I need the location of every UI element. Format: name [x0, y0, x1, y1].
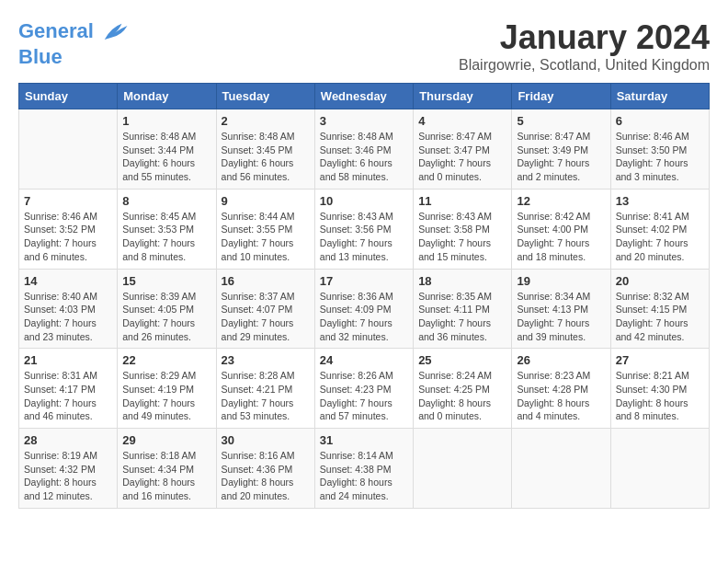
title-block: January 2024 Blairgowrie, Scotland, Unit… — [459, 18, 710, 74]
calendar-week-row: 1Sunrise: 8:48 AM Sunset: 3:44 PM Daylig… — [19, 109, 710, 190]
calendar-week-row: 21Sunrise: 8:31 AM Sunset: 4:17 PM Dayli… — [19, 349, 710, 429]
day-number: 23 — [222, 353, 310, 367]
day-info: Sunrise: 8:19 AM Sunset: 4:32 PM Dayligh… — [24, 449, 112, 503]
day-number: 3 — [320, 114, 408, 128]
day-info: Sunrise: 8:45 AM Sunset: 3:53 PM Dayligh… — [122, 210, 210, 264]
calendar-cell: 7Sunrise: 8:46 AM Sunset: 3:52 PM Daylig… — [19, 189, 118, 269]
day-info: Sunrise: 8:23 AM Sunset: 4:28 PM Dayligh… — [517, 369, 605, 423]
day-number: 19 — [517, 274, 605, 288]
day-info: Sunrise: 8:34 AM Sunset: 4:13 PM Dayligh… — [517, 290, 605, 344]
calendar-cell: 29Sunrise: 8:18 AM Sunset: 4:34 PM Dayli… — [118, 429, 216, 509]
day-info: Sunrise: 8:21 AM Sunset: 4:30 PM Dayligh… — [616, 369, 704, 423]
day-number: 12 — [517, 194, 605, 208]
day-number: 8 — [122, 194, 210, 208]
calendar-cell — [512, 429, 610, 509]
day-number: 5 — [517, 114, 605, 128]
day-number: 24 — [320, 353, 408, 367]
day-info: Sunrise: 8:32 AM Sunset: 4:15 PM Dayligh… — [616, 290, 704, 344]
logo-line2: Blue — [18, 46, 129, 68]
weekday-header: Monday — [118, 84, 216, 109]
calendar-cell: 8Sunrise: 8:45 AM Sunset: 3:53 PM Daylig… — [118, 189, 216, 269]
calendar-cell: 23Sunrise: 8:28 AM Sunset: 4:21 PM Dayli… — [216, 349, 314, 429]
calendar-cell: 28Sunrise: 8:19 AM Sunset: 4:32 PM Dayli… — [19, 429, 118, 509]
day-number: 4 — [418, 114, 506, 128]
calendar-cell: 19Sunrise: 8:34 AM Sunset: 4:13 PM Dayli… — [512, 269, 610, 349]
day-number: 18 — [418, 274, 506, 288]
day-info: Sunrise: 8:48 AM Sunset: 3:45 PM Dayligh… — [222, 130, 310, 184]
calendar-cell: 13Sunrise: 8:41 AM Sunset: 4:02 PM Dayli… — [610, 189, 709, 269]
weekday-header: Wednesday — [314, 84, 413, 109]
day-info: Sunrise: 8:26 AM Sunset: 4:23 PM Dayligh… — [320, 369, 408, 423]
calendar-cell: 25Sunrise: 8:24 AM Sunset: 4:25 PM Dayli… — [414, 349, 512, 429]
day-info: Sunrise: 8:48 AM Sunset: 3:44 PM Dayligh… — [122, 130, 210, 184]
calendar-header: SundayMondayTuesdayWednesdayThursdayFrid… — [19, 84, 710, 109]
day-info: Sunrise: 8:35 AM Sunset: 4:11 PM Dayligh… — [418, 290, 506, 344]
calendar-cell: 9Sunrise: 8:44 AM Sunset: 3:55 PM Daylig… — [216, 189, 314, 269]
day-info: Sunrise: 8:47 AM Sunset: 3:47 PM Dayligh… — [418, 130, 506, 184]
weekday-header: Thursday — [414, 84, 512, 109]
calendar-cell: 10Sunrise: 8:43 AM Sunset: 3:56 PM Dayli… — [314, 189, 413, 269]
day-number: 10 — [320, 194, 408, 208]
calendar-cell: 27Sunrise: 8:21 AM Sunset: 4:30 PM Dayli… — [610, 349, 709, 429]
weekday-row: SundayMondayTuesdayWednesdayThursdayFrid… — [19, 84, 710, 109]
calendar-cell: 24Sunrise: 8:26 AM Sunset: 4:23 PM Dayli… — [314, 349, 413, 429]
day-info: Sunrise: 8:40 AM Sunset: 4:03 PM Dayligh… — [24, 290, 112, 344]
calendar-cell: 5Sunrise: 8:47 AM Sunset: 3:49 PM Daylig… — [512, 109, 610, 190]
day-number: 28 — [24, 433, 112, 447]
day-number: 20 — [616, 274, 704, 288]
day-info: Sunrise: 8:14 AM Sunset: 4:38 PM Dayligh… — [320, 449, 408, 503]
calendar-cell: 30Sunrise: 8:16 AM Sunset: 4:36 PM Dayli… — [216, 429, 314, 509]
weekday-header: Sunday — [19, 84, 118, 109]
page-header: General Blue January 2024 Blairgowrie, S… — [18, 18, 710, 74]
day-number: 30 — [222, 433, 310, 447]
day-info: Sunrise: 8:43 AM Sunset: 3:58 PM Dayligh… — [418, 210, 506, 264]
calendar-cell: 11Sunrise: 8:43 AM Sunset: 3:58 PM Dayli… — [414, 189, 512, 269]
calendar-cell: 20Sunrise: 8:32 AM Sunset: 4:15 PM Dayli… — [610, 269, 709, 349]
calendar-cell: 12Sunrise: 8:42 AM Sunset: 4:00 PM Dayli… — [512, 189, 610, 269]
day-number: 17 — [320, 274, 408, 288]
calendar-cell: 16Sunrise: 8:37 AM Sunset: 4:07 PM Dayli… — [216, 269, 314, 349]
calendar-week-row: 7Sunrise: 8:46 AM Sunset: 3:52 PM Daylig… — [19, 189, 710, 269]
day-number: 21 — [24, 353, 112, 367]
calendar-week-row: 28Sunrise: 8:19 AM Sunset: 4:32 PM Dayli… — [19, 429, 710, 509]
calendar-cell: 17Sunrise: 8:36 AM Sunset: 4:09 PM Dayli… — [314, 269, 413, 349]
day-info: Sunrise: 8:41 AM Sunset: 4:02 PM Dayligh… — [616, 210, 704, 264]
day-number: 31 — [320, 433, 408, 447]
weekday-header: Saturday — [610, 84, 709, 109]
logo-text: General — [18, 18, 129, 46]
calendar-cell — [610, 429, 709, 509]
day-number: 16 — [222, 274, 310, 288]
calendar-cell: 3Sunrise: 8:48 AM Sunset: 3:46 PM Daylig… — [314, 109, 413, 190]
day-info: Sunrise: 8:29 AM Sunset: 4:19 PM Dayligh… — [122, 369, 210, 423]
weekday-header: Friday — [512, 84, 610, 109]
calendar-week-row: 14Sunrise: 8:40 AM Sunset: 4:03 PM Dayli… — [19, 269, 710, 349]
calendar-cell: 26Sunrise: 8:23 AM Sunset: 4:28 PM Dayli… — [512, 349, 610, 429]
day-number: 14 — [24, 274, 112, 288]
calendar-cell — [414, 429, 512, 509]
day-number: 26 — [517, 353, 605, 367]
calendar-cell: 31Sunrise: 8:14 AM Sunset: 4:38 PM Dayli… — [314, 429, 413, 509]
weekday-header: Tuesday — [216, 84, 314, 109]
day-number: 25 — [418, 353, 506, 367]
day-number: 22 — [122, 353, 210, 367]
day-info: Sunrise: 8:31 AM Sunset: 4:17 PM Dayligh… — [24, 369, 112, 423]
day-info: Sunrise: 8:44 AM Sunset: 3:55 PM Dayligh… — [222, 210, 310, 264]
calendar-cell: 1Sunrise: 8:48 AM Sunset: 3:44 PM Daylig… — [118, 109, 216, 190]
day-number: 13 — [616, 194, 704, 208]
day-info: Sunrise: 8:24 AM Sunset: 4:25 PM Dayligh… — [418, 369, 506, 423]
day-number: 6 — [616, 114, 704, 128]
day-number: 15 — [122, 274, 210, 288]
day-info: Sunrise: 8:43 AM Sunset: 3:56 PM Dayligh… — [320, 210, 408, 264]
logo-line1: General — [18, 19, 94, 42]
location: Blairgowrie, Scotland, United Kingdom — [459, 57, 710, 74]
day-number: 27 — [616, 353, 704, 367]
day-info: Sunrise: 8:37 AM Sunset: 4:07 PM Dayligh… — [222, 290, 310, 344]
day-number: 2 — [222, 114, 310, 128]
calendar-cell — [19, 109, 118, 190]
day-number: 9 — [222, 194, 310, 208]
day-info: Sunrise: 8:42 AM Sunset: 4:00 PM Dayligh… — [517, 210, 605, 264]
calendar-cell: 6Sunrise: 8:46 AM Sunset: 3:50 PM Daylig… — [610, 109, 709, 190]
day-info: Sunrise: 8:16 AM Sunset: 4:36 PM Dayligh… — [222, 449, 310, 503]
day-info: Sunrise: 8:39 AM Sunset: 4:05 PM Dayligh… — [122, 290, 210, 344]
day-info: Sunrise: 8:48 AM Sunset: 3:46 PM Dayligh… — [320, 130, 408, 184]
